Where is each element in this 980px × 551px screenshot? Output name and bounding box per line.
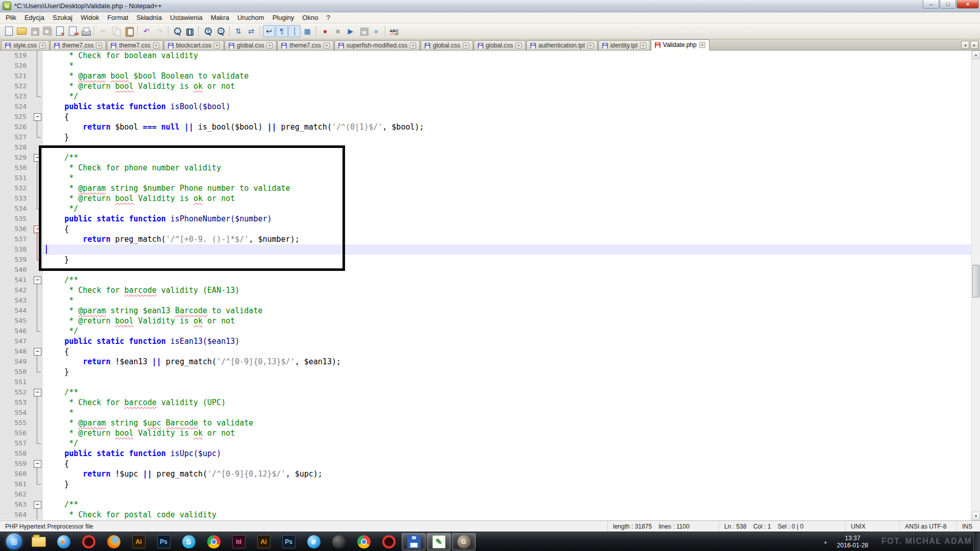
tab-close-icon[interactable]: × <box>410 42 416 48</box>
code-line-548[interactable]: 548 { <box>0 346 980 357</box>
code-line-535[interactable]: 535 public static function isPhoneNumber… <box>0 214 980 224</box>
taskbar-indesign[interactable]: Id <box>227 533 251 550</box>
code-line-542[interactable]: 542 * Check for barcode validity (EAN-13… <box>0 285 980 295</box>
paste-button-icon[interactable] <box>122 25 135 37</box>
tab-3-blockcart.css[interactable]: blockcart.css× <box>164 40 224 50</box>
taskbar-internet-explorer[interactable]: e <box>302 533 326 550</box>
hidden-icons-chevron[interactable]: ▴ <box>822 537 829 546</box>
menu-item-4[interactable]: Format <box>103 13 132 22</box>
menu-item-6[interactable]: Ustawienia <box>166 13 207 22</box>
sync-vertical-scroll-button-icon[interactable]: ⇅ <box>232 25 244 37</box>
menu-item-9[interactable]: Pluginy <box>268 13 299 22</box>
editor[interactable]: 519 * Check for boolean validity520 *521… <box>0 51 980 520</box>
minimize-button[interactable]: – <box>923 0 939 9</box>
code-line-526[interactable]: 526 return $bool === null || is_bool($bo… <box>0 122 980 132</box>
start-recording-button-icon[interactable]: ● <box>319 25 331 37</box>
code-line-562[interactable]: 562 <box>0 489 980 499</box>
fold-toggle-icon[interactable] <box>32 275 43 285</box>
code-line-538[interactable]: 538 <box>0 244 980 255</box>
code-line-527[interactable]: 527 } <box>0 132 980 142</box>
menu-item-1[interactable]: Edycja <box>20 13 48 22</box>
status-encoding[interactable]: ANSI as UTF-8 <box>899 521 957 532</box>
taskbar-opera-2[interactable] <box>377 533 401 550</box>
taskbar-file-manager[interactable] <box>402 533 426 550</box>
run-macro-multiple-button-icon[interactable]: » <box>370 25 382 37</box>
taskbar-opera[interactable] <box>77 533 101 550</box>
code-line-544[interactable]: 544 * @param string $ean13 Barcode to va… <box>0 306 980 316</box>
indent-guide-button-icon[interactable]: ┊ <box>288 25 301 37</box>
spell-check-button-icon[interactable] <box>388 25 400 37</box>
status-insert-mode[interactable]: INS <box>957 521 980 532</box>
tab-scroll-left-button[interactable]: ◄ <box>961 41 969 49</box>
code-line-546[interactable]: 546 */ <box>0 326 980 336</box>
code-line-555[interactable]: 555 * @param string $upc Barcode to vali… <box>0 418 980 428</box>
menu-item-7[interactable]: Makra <box>207 13 233 22</box>
code-line-533[interactable]: 533 * @return bool Validity is ok or not <box>0 193 980 204</box>
code-line-545[interactable]: 545 * @return bool Validity is ok or not <box>0 316 980 326</box>
code-line-558[interactable]: 558 public static function isUpc($upc) <box>0 448 980 459</box>
tab-close-icon[interactable]: × <box>324 42 330 48</box>
zoom-out-button-icon[interactable] <box>214 25 227 37</box>
code-line-525[interactable]: 525 { <box>0 112 980 122</box>
taskbar-notepad-plus-plus[interactable]: ✎ <box>427 533 451 550</box>
close-all-button-icon[interactable] <box>66 25 79 37</box>
tab-8-global.css[interactable]: global.css× <box>474 40 526 50</box>
code-line-557[interactable]: 557 */ <box>0 438 980 448</box>
code-line-536[interactable]: 536 { <box>0 224 980 234</box>
tab-9-authentication.tpl[interactable]: authentication.tpl× <box>526 40 598 50</box>
code-line-534[interactable]: 534 */ <box>0 204 980 214</box>
taskbar-clock[interactable]: 13:37 2016-01-28 <box>834 535 871 549</box>
fold-toggle-icon[interactable] <box>32 499 43 510</box>
code-line-521[interactable]: 521 * @param bool $bool Boolean to valid… <box>0 71 980 81</box>
tab-4-global.css[interactable]: global.css× <box>225 40 277 50</box>
close-button[interactable]: × <box>957 0 979 9</box>
taskbar-skype[interactable]: S <box>177 533 201 550</box>
status-eol-format[interactable]: UNIX <box>845 521 899 532</box>
taskbar-photoshop-2[interactable]: Ps <box>277 533 301 550</box>
code-line-556[interactable]: 556 * @return bool Validity is ok or not <box>0 428 980 438</box>
zoom-in-button-icon[interactable] <box>202 25 214 37</box>
code-line-561[interactable]: 561 } <box>0 479 980 489</box>
menu-item-3[interactable]: Widok <box>77 13 103 22</box>
code-line-531[interactable]: 531 * <box>0 173 980 183</box>
menu-item-8[interactable]: Uruchom <box>233 13 268 22</box>
playback-button-icon[interactable]: ▶ <box>345 25 357 37</box>
fold-toggle-icon[interactable] <box>32 112 43 122</box>
title-bar[interactable]: N *C:\Users\User\Desktop\Validate.php - … <box>0 0 980 12</box>
fold-toggle-icon[interactable] <box>32 153 43 163</box>
menu-item-11[interactable]: ? <box>322 13 334 22</box>
code-line-523[interactable]: 523 */ <box>0 91 980 102</box>
tab-close-icon[interactable]: × <box>587 42 594 48</box>
find-button-icon[interactable] <box>171 25 183 37</box>
new-file-button-icon[interactable] <box>3 25 15 37</box>
taskbar-chrome[interactable] <box>202 533 226 550</box>
tab-0-style.css[interactable]: style.css× <box>1 40 50 50</box>
fold-toggle-icon[interactable] <box>32 224 43 234</box>
replace-button-icon[interactable] <box>184 25 196 37</box>
tab-close-icon[interactable]: × <box>516 42 522 48</box>
code-line-553[interactable]: 553 * Check for barcode validity (UPC) <box>0 397 980 408</box>
tab-scroll-right-button[interactable]: ► <box>970 41 978 49</box>
menu-item-5[interactable]: Składnia <box>132 13 166 22</box>
code-line-520[interactable]: 520 * <box>0 61 980 71</box>
code-line-524[interactable]: 524 public static function isBool($bool) <box>0 102 980 112</box>
code-line-539[interactable]: 539 } <box>0 255 980 265</box>
code-line-564[interactable]: 564 * Check for postal code validity <box>0 510 980 520</box>
sync-horizontal-scroll-button-icon[interactable]: ⇄ <box>245 25 257 37</box>
maximize-button[interactable]: □ <box>940 0 956 9</box>
tab-5-theme7.css[interactable]: theme7.css× <box>277 40 333 50</box>
code-line-563[interactable]: 563 /** <box>0 499 980 510</box>
tab-11-Validate.php[interactable]: Validate.php× <box>651 39 709 51</box>
tab-close-icon[interactable]: × <box>214 42 220 48</box>
taskbar-illustrator[interactable]: Ai <box>127 533 151 550</box>
scroll-down-button[interactable]: ▼ <box>972 512 980 520</box>
code-line-540[interactable]: 540 <box>0 265 980 275</box>
code-line-552[interactable]: 552 /** <box>0 387 980 397</box>
fold-toggle-icon[interactable] <box>32 459 43 469</box>
fold-toggle-icon[interactable] <box>32 387 43 397</box>
taskbar-firefox[interactable] <box>102 533 126 550</box>
start-button[interactable]: ⊞ <box>6 534 22 549</box>
user-defined-dialog-button-icon[interactable]: ▦ <box>301 25 313 37</box>
tab-6-superfish-modified.css[interactable]: superfish-modified.css× <box>334 40 420 50</box>
code-line-554[interactable]: 554 * <box>0 408 980 418</box>
